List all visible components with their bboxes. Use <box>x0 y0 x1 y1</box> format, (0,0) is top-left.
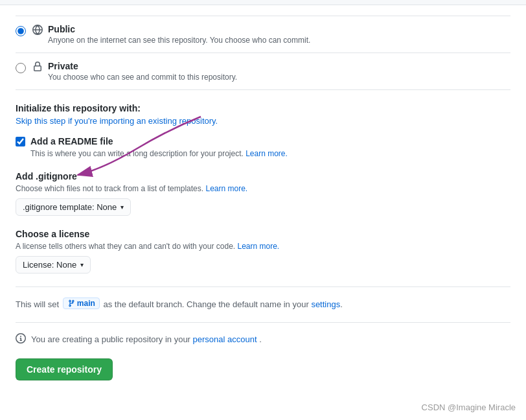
gitignore-desc: Choose which files not to track from a l… <box>16 184 510 193</box>
readme-checkbox[interactable] <box>16 137 25 146</box>
license-chevron-icon: ▾ <box>80 261 84 268</box>
private-text: Private You choose who can see and commi… <box>48 61 237 82</box>
warning-section: You are creating a public repository in … <box>16 322 510 345</box>
branch-prefix: This will set <box>16 299 59 309</box>
license-section: Choose a license A license tells others … <box>16 229 510 274</box>
branch-icon <box>67 299 75 307</box>
readme-desc-text: This is where you can write a long descr… <box>30 149 244 158</box>
public-desc: Anyone on the internet can see this repo… <box>48 36 310 45</box>
create-button-label: Create repository <box>27 364 102 375</box>
branch-suffix: as the default branch. <box>103 299 184 309</box>
info-icon <box>16 333 26 345</box>
init-heading: Initialize this repository with: <box>16 103 510 113</box>
gitignore-learn-more[interactable]: Learn more. <box>205 184 247 193</box>
gitignore-section: Add .gitignore Choose which files not to… <box>16 171 510 216</box>
settings-link[interactable]: settings <box>311 299 340 309</box>
private-icon <box>32 62 43 74</box>
personal-account-link[interactable]: personal account <box>193 334 257 344</box>
readme-label[interactable]: Add a README file <box>16 136 510 146</box>
private-label: Private <box>48 61 237 71</box>
readme-desc: This is where you can write a long descr… <box>30 149 510 158</box>
branch-name: main <box>77 299 95 308</box>
branch-change-text: Change the default name in your settings… <box>187 299 343 309</box>
readme-learn-more[interactable]: Learn more. <box>246 149 288 158</box>
license-learn-more[interactable]: Learn more. <box>238 242 280 251</box>
readme-label-text: Add a README file <box>30 136 113 146</box>
private-option[interactable]: Private You choose who can see and commi… <box>16 53 510 90</box>
gitignore-dropdown[interactable]: .gitignore template: None ▾ <box>16 198 131 216</box>
public-icon <box>32 25 43 37</box>
license-dropdown[interactable]: License: None ▾ <box>16 256 91 274</box>
skip-link-text: Skip this step if you're importing an ex… <box>16 116 510 126</box>
create-repository-button[interactable]: Create repository <box>16 358 113 380</box>
license-dropdown-label: License: None <box>23 260 76 270</box>
branch-info: This will set main as the default branch… <box>16 286 510 312</box>
branch-badge: main <box>63 298 100 309</box>
gitignore-heading: Add .gitignore <box>16 171 510 181</box>
top-scroll-area <box>0 0 526 5</box>
gitignore-desc-text: Choose which files not to track from a l… <box>16 184 203 193</box>
public-label: Public <box>48 24 310 34</box>
license-desc-text: A license tells others what they can and… <box>16 242 235 251</box>
skip-link[interactable]: Skip this step if you're importing an ex… <box>16 116 218 126</box>
gitignore-chevron-icon: ▾ <box>120 204 124 211</box>
license-heading: Choose a license <box>16 229 510 239</box>
warning-text: You are creating a public repository in … <box>31 334 262 344</box>
license-desc: A license tells others what they can and… <box>16 242 510 251</box>
visibility-section: Public Anyone on the internet can see th… <box>16 16 510 90</box>
watermark: CSDN @Imagine Miracle <box>422 402 516 412</box>
public-text: Public Anyone on the internet can see th… <box>48 24 310 45</box>
public-radio[interactable] <box>16 26 26 36</box>
private-desc: You choose who can see and commit to thi… <box>48 73 237 82</box>
private-radio[interactable] <box>16 63 26 73</box>
gitignore-dropdown-label: .gitignore template: None <box>23 202 117 212</box>
readme-section: Add a README file This is where you can … <box>16 136 510 158</box>
init-section: Initialize this repository with: Skip th… <box>16 103 510 126</box>
public-option[interactable]: Public Anyone on the internet can see th… <box>16 16 510 53</box>
